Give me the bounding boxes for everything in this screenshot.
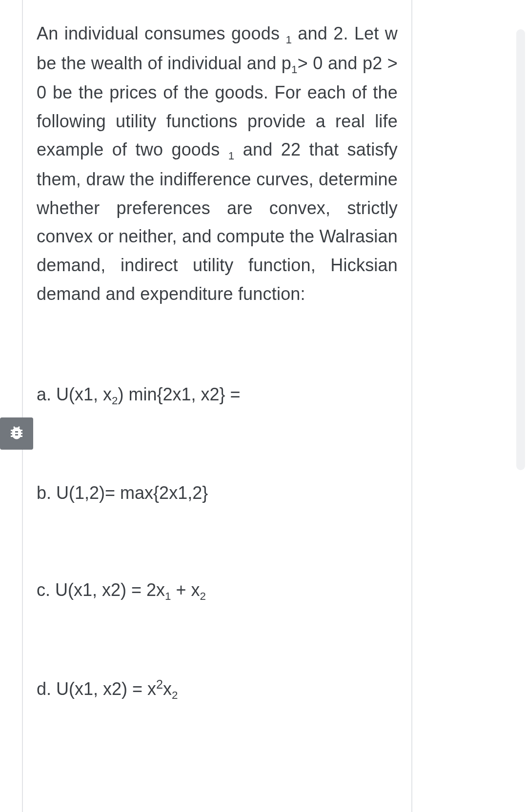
bug-icon	[8, 424, 25, 443]
item-a-pre: a. U(x1, x	[37, 384, 112, 404]
intro-sub-1: 1	[285, 34, 292, 46]
scrollbar-thumb[interactable]	[516, 29, 525, 470]
item-c-sub1: 1	[165, 590, 171, 602]
intro-text-1: An individual consumes goods	[37, 23, 285, 43]
intro-sub-2: 1	[291, 63, 298, 76]
intro-text-4: and 22 that satisfy them, draw the indif…	[37, 139, 398, 303]
item-c-pre: c. U(x1, x2) = 2x	[37, 580, 165, 600]
content-card: An individual consumes goods 1 and 2. Le…	[22, 0, 412, 812]
item-d-sup: 2	[156, 677, 163, 691]
item-d: d. U(x1, x2) = x2x2	[37, 675, 398, 704]
item-d-sub: 2	[172, 689, 178, 701]
intro-sub-3: 1	[228, 150, 235, 162]
item-c: c. U(x1, x2) = 2x1 + x2	[37, 577, 398, 605]
bug-report-button[interactable]	[0, 417, 33, 450]
item-d-mid: x	[163, 679, 172, 699]
item-c-mid: + x	[171, 580, 200, 600]
item-a: a. U(x1, x2) min{2x1, x2} =	[37, 381, 398, 409]
intro-paragraph: An individual consumes goods 1 and 2. Le…	[37, 20, 398, 308]
item-d-pre: d. U(x1, x2) = x	[37, 679, 156, 699]
item-b-text: b. U(1,2)= max{2x1,2}	[37, 483, 208, 503]
item-a-post: ) min{2x1, x2} =	[118, 384, 240, 404]
item-c-sub2: 2	[200, 590, 206, 602]
item-b: b. U(1,2)= max{2x1,2}	[37, 480, 398, 506]
item-a-sub: 2	[112, 395, 118, 407]
